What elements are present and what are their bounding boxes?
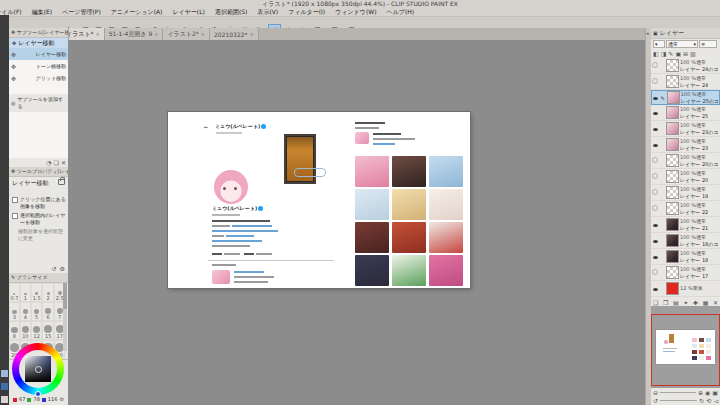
menu-item[interactable]: ウィンドウ(W) (335, 8, 376, 16)
new-folder-icon[interactable]: ▤ (673, 299, 679, 306)
close-tab-icon[interactable]: × (154, 31, 158, 37)
layer-row[interactable]: 100 %通常レイヤー 23 (651, 137, 720, 153)
layer-row[interactable]: 100 %通常レイヤー 21 (651, 217, 720, 233)
menu-item[interactable]: フィルター(I) (288, 8, 325, 16)
zoom-100-icon[interactable]: ◉ (705, 389, 710, 396)
close-tab-icon[interactable]: × (250, 31, 254, 37)
zoom-in-icon[interactable]: ⊕ (698, 389, 703, 396)
subtool-palette-header[interactable]: ✥ サブツール[レイヤー移動] (9, 28, 68, 38)
menu-item[interactable]: 編集(E) (32, 8, 52, 16)
layer-row[interactable]: 100 %通常レイヤー 24 (651, 74, 720, 90)
layer-row[interactable]: 100 %通常レイヤー 18 (651, 249, 720, 265)
transfer-layer-icon[interactable]: ✦ (683, 299, 688, 306)
layer-row[interactable]: 100 %通常レイヤー 24のコ (651, 58, 720, 74)
menu-item[interactable]: アニメーション(A) (111, 8, 163, 16)
eye-hidden-icon[interactable] (652, 157, 658, 163)
move-layer-in-selection-checkbox[interactable]: 選択範囲内のレイヤーを移動 (9, 211, 68, 227)
layer-row[interactable]: 100 %通常レイヤー 17 (651, 265, 720, 281)
brush-size-cell[interactable]: 8 (9, 321, 20, 340)
eye-visible-icon[interactable] (653, 97, 658, 100)
rotate-slider[interactable] (660, 400, 697, 401)
settings-gear-icon[interactable]: ⚙ (60, 265, 65, 272)
eye-visible-icon[interactable] (653, 128, 658, 131)
layer-row[interactable]: 100 %通常レイヤー 22 (651, 201, 720, 217)
layer-row[interactable]: 100 %通常レイヤー 20 (651, 169, 720, 185)
eye-visible-icon[interactable] (653, 144, 658, 147)
move-clicked-image-checkbox[interactable]: クリック位置にある画像を移動 (9, 195, 68, 211)
history-icon[interactable]: ◔ (46, 159, 51, 166)
eye-visible-icon[interactable] (653, 288, 658, 291)
document-tab[interactable]: 51-1-4見開き 9× (105, 28, 164, 40)
brush-size-cell[interactable]: 10 (20, 321, 31, 340)
layer-row[interactable]: 100 %通常レイヤー 18のコ (651, 233, 720, 249)
brush-size-cell[interactable]: 12 (31, 321, 43, 340)
rotate-right-icon[interactable]: ↻ (699, 397, 704, 404)
zoom-out-icon[interactable]: ⊖ (653, 389, 658, 396)
eye-visible-icon[interactable] (653, 224, 658, 227)
flip-horizontal-icon[interactable]: ◅ (713, 397, 718, 404)
new-vector-layer-icon[interactable]: ❒ (663, 299, 668, 306)
reset-icon[interactable]: ↺ (52, 265, 57, 272)
duplicate-icon[interactable]: ❏ (54, 159, 59, 166)
eye-hidden-icon[interactable] (652, 62, 658, 68)
eye-visible-icon[interactable] (653, 240, 658, 243)
close-tab-icon[interactable]: × (201, 31, 205, 37)
blend-mode-dropdown[interactable]: 通常▾ (666, 40, 698, 48)
menu-item[interactable]: レイヤー(L) (172, 8, 204, 16)
subtool-item[interactable]: ✥グリッド移動 (9, 72, 68, 84)
clip-at-layer-icon[interactable]: ▣ (675, 50, 681, 57)
brush-size-cell[interactable]: 5 (31, 302, 43, 321)
color-set-icon[interactable] (1, 383, 8, 390)
eye-hidden-icon[interactable] (652, 173, 658, 179)
layer-palette-tab[interactable]: ▣ レイヤー (651, 28, 720, 39)
brush-size-cell[interactable]: 15 (42, 321, 54, 340)
layer-mask-icon[interactable]: ▥ (690, 50, 696, 57)
brush-size-cell[interactable]: 2 (42, 283, 54, 302)
opacity-slider[interactable]: ≡ (699, 40, 717, 48)
eye-visible-icon[interactable] (653, 256, 658, 259)
brush-size-palette-header[interactable]: ✎ ブラシサイズ (9, 273, 68, 283)
brush-size-cell[interactable]: 1 (20, 283, 31, 302)
layer-row[interactable]: 100 %通常レイヤー 25 (651, 105, 720, 121)
tool-property-header[interactable]: ✥ ツールプロパティ[レイヤー移動] (9, 167, 68, 177)
tool-strip-icon[interactable] (1, 396, 8, 403)
add-subtool-button[interactable]: ◎ サブツールを追加する (9, 94, 68, 112)
reset-rotation-icon[interactable]: ⟲ (706, 397, 711, 404)
document-tab[interactable]: イラスト2*× (163, 28, 210, 40)
zoom-slider[interactable] (660, 392, 696, 393)
mask-icon[interactable]: ▦ (703, 299, 709, 306)
menu-item[interactable]: ページ管理(P) (62, 8, 101, 16)
brush-size-cell[interactable]: 0.7 (9, 283, 20, 302)
delete-icon[interactable]: ✕ (61, 159, 66, 166)
menu-item[interactable]: 選択範囲(S) (215, 8, 248, 16)
lock-icon[interactable] (58, 179, 65, 185)
rotate-left-icon[interactable]: ↺ (653, 397, 658, 404)
menu-item[interactable]: 表示(V) (257, 8, 278, 16)
brush-size-cell[interactable]: 4 (20, 302, 31, 321)
menu-item[interactable]: ヘルプ(H) (387, 8, 415, 16)
layer-color-dropdown[interactable]: ▾ (653, 40, 665, 48)
document-tab[interactable]: 20210322*× (210, 28, 259, 40)
eye-visible-icon[interactable] (653, 112, 658, 115)
eye-hidden-icon[interactable] (652, 205, 658, 211)
color-cursor[interactable] (35, 366, 42, 373)
eye-hidden-icon[interactable] (652, 78, 658, 84)
subtool-item[interactable]: ✥トーン柄移動 (9, 60, 68, 72)
set-as-reference-icon[interactable]: ⊞ (683, 50, 688, 57)
lock-transparent-icon[interactable]: ◧ (653, 50, 659, 57)
new-layer-icon[interactable]: ❑ (653, 299, 658, 306)
layer-row[interactable]: ✎100 %通常レイヤー 25のコ (651, 90, 720, 105)
merge-layer-icon[interactable]: ✚ (693, 299, 698, 306)
subtool-group-label[interactable]: ✥ レイヤー移動 (9, 38, 68, 48)
lock-layer-icon[interactable]: ◨ (661, 50, 667, 57)
close-tab-icon[interactable]: × (96, 31, 100, 37)
tool-strip-icon[interactable] (1, 370, 8, 377)
brush-size-scrollbar[interactable] (63, 283, 67, 351)
layer-row[interactable]: 100 %通常レイヤー 23のコ (651, 121, 720, 137)
subtool-item[interactable]: ✥レイヤー移動 (9, 48, 68, 60)
layer-row[interactable]: 12 %乗算 (651, 281, 720, 297)
draft-layer-icon[interactable]: ✎ (668, 50, 673, 57)
canvas-workspace[interactable]: ← ミュウ(ルペレート) ミュウ(ルペレート) (68, 40, 645, 405)
fit-screen-icon[interactable]: ▣ (712, 389, 718, 396)
canvas-document[interactable]: ← ミュウ(ルペレート) ミュウ(ルペレート) (168, 112, 470, 288)
